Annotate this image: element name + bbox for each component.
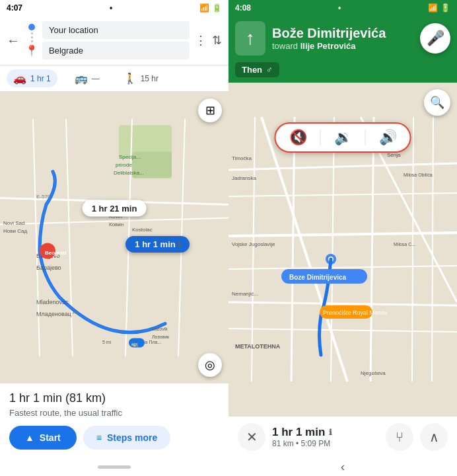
svg-text:Барајево: Барајево (36, 264, 61, 271)
walk-transport-option[interactable]: 🚶 15 hr (117, 69, 165, 87)
left-nav-pill (98, 465, 131, 469)
eta-text: 1 hr 1 min (135, 239, 175, 249)
right-back-icon[interactable]: ‹ (341, 460, 345, 474)
toward-street: Ilije Petrovića (300, 41, 356, 51)
volume-controls: 🔇 🔉 🔊 (275, 122, 411, 153)
close-icon: ✕ (246, 429, 258, 445)
route-header: ← 📍 Your location Belgrade ⋮ ⇅ (0, 16, 228, 65)
eta-time-text: 1 hr 1 min (272, 426, 325, 439)
eta-arrival-text: 5:09 PM (301, 439, 331, 448)
mic-icon: 🎤 (427, 30, 444, 47)
right-nav-bar: ‹ (228, 457, 457, 476)
right-map[interactable]: Timočka Jadranska Vojske Jugoslavije Nem… (228, 83, 457, 416)
svg-text:Нови Сад: Нови Сад (3, 228, 27, 234)
svg-text:Timočka: Timočka (232, 155, 252, 161)
svg-text:Specija...: Specija... (119, 154, 141, 160)
car-transport-option[interactable]: 🚗 1 hr 1 (7, 69, 57, 87)
steps-label: Steps more (107, 432, 157, 443)
walk-icon: 🚶 (123, 72, 137, 85)
then-badge: Then ♂ (235, 62, 279, 77)
transit-icon: 🚌 (75, 72, 88, 85)
eta-separator: • (296, 439, 299, 448)
more-options-button[interactable]: ⋮ (195, 33, 207, 48)
eta-dist-text: 81 km (272, 439, 294, 448)
vol-divider2 (365, 130, 366, 145)
right-status-icons: 📶 🔋 (428, 3, 450, 13)
divider-dot1 (31, 32, 33, 34)
svg-text:Deliblatska...: Deliblatska... (114, 170, 144, 176)
up-arrow-icon: ↑ (246, 28, 255, 49)
car-duration: 1 hr 1 (30, 74, 51, 83)
destination-pin: 📍 (25, 44, 38, 57)
svg-rect-34 (228, 117, 457, 381)
left-nav-bar (0, 457, 228, 476)
swap-button[interactable]: ⇅ (212, 33, 222, 48)
svg-text:Milosa Obilića: Milosa Obilića (404, 173, 433, 177)
signal-icon: 📶 (199, 3, 209, 13)
svg-text:Boze Dimitrijevica: Boze Dimitrijevica (289, 274, 347, 281)
volume-high-button[interactable]: 🔊 (379, 129, 397, 146)
steps-more-button[interactable]: ≡ Steps more (83, 426, 170, 450)
svg-text:Младеновац: Младеновац (36, 311, 71, 317)
route-dist: (81 km) (65, 391, 106, 405)
toward-text: toward Ilije Petrovića (272, 41, 413, 51)
toward-prefix: toward (272, 41, 298, 51)
alternative-routes-button[interactable]: ⑂ (386, 423, 413, 451)
transport-bar: 🚗 1 hr 1 🚌 — 🚶 15 hr (0, 65, 228, 92)
nav-eta-info: 1 hr 1 min ℹ 81 km • 5:09 PM (272, 426, 379, 448)
route-detail-text: Fastest route, the usual traffic (9, 408, 219, 418)
mute-button[interactable]: 🔇 (289, 129, 307, 146)
volume-low-button[interactable]: 🔉 (334, 129, 352, 146)
street-name: Božе Dimitrijevića (272, 26, 413, 41)
svg-text:Jadranska: Jadranska (232, 175, 256, 181)
my-location-button[interactable]: ◎ (198, 353, 222, 377)
direction-info: Božе Dimitrijevića toward Ilije Petrović… (265, 26, 420, 51)
eta-info-icon: ℹ (178, 241, 180, 249)
right-signal-icon: 📶 (428, 3, 438, 13)
left-dot: • (110, 3, 112, 13)
location-icon: ◎ (205, 358, 215, 372)
svg-text:Лозовик: Лозовик (152, 335, 170, 339)
left-status-bar: 4:07 • 📶 🔋 (0, 0, 228, 16)
destination-input[interactable]: Belgrade (42, 42, 190, 60)
left-map[interactable]: Barajevo Барајево Mladenovac Младеновац … (0, 92, 228, 383)
svg-text:METALOTEHNA: METALOTEHNA (235, 343, 281, 350)
left-panel: 4:07 • 📶 🔋 ← 📍 Your location Belgrade (0, 0, 228, 476)
destination-text: Belgrade (49, 46, 83, 56)
right-dot: • (338, 3, 341, 13)
svg-text:Njegoševa: Njegoševa (361, 370, 386, 376)
svg-text:🚌: 🚌 (131, 340, 139, 348)
route-dots: 📍 (25, 21, 38, 60)
start-label: Start (40, 432, 61, 443)
route-time-badge: 1 hr 21 min (83, 200, 147, 217)
then-label: Then (242, 65, 262, 75)
start-button[interactable]: ▲ Start (9, 426, 77, 450)
route-time-text: 1 hr 21 min (92, 204, 137, 214)
divider-dot3 (31, 40, 33, 42)
close-nav-button[interactable]: ✕ (238, 423, 265, 451)
expand-panel-button[interactable]: ∧ (420, 423, 448, 451)
steps-icon: ≡ (96, 432, 102, 443)
routes-icon: ⑂ (396, 430, 404, 445)
route-time: 1 hr 1 min (9, 391, 62, 405)
back-button[interactable]: ← (7, 33, 20, 48)
svg-text:E-570: E-570 (36, 194, 51, 200)
transit-transport-option[interactable]: 🚌 — (68, 69, 106, 87)
then-icon: ♂ (266, 65, 273, 75)
svg-text:Prenoćište Royal Menex: Prenoćište Royal Menex (323, 309, 388, 316)
wifi-icon: 🔋 (212, 3, 222, 13)
route-summary-time: 1 hr 1 min (81 km) (9, 391, 219, 405)
right-status-bar: 4:08 • 📶 🔋 (228, 0, 457, 16)
direction-arrow: ↑ (235, 21, 265, 56)
route-input-fields: Your location Belgrade (42, 21, 190, 60)
eta-badge: 1 hr 1 min ℹ (125, 236, 190, 253)
layers-button[interactable]: ⊞ (198, 99, 222, 122)
nav-eta-time: 1 hr 1 min ℹ (272, 426, 379, 439)
svg-text:Vojske Jugoslavije: Vojske Jugoslavije (232, 241, 275, 247)
search-button[interactable]: 🔍 (424, 89, 450, 116)
nav-header: ↑ Božе Dimitrijevića toward Ilije Petrov… (228, 16, 457, 62)
origin-input[interactable]: Your location (42, 21, 190, 39)
origin-text: Your location (49, 25, 98, 35)
mic-button[interactable]: 🎤 (420, 23, 450, 54)
route-summary-panel: 1 hr 1 min (81 km) Fastest route, the us… (0, 383, 228, 457)
